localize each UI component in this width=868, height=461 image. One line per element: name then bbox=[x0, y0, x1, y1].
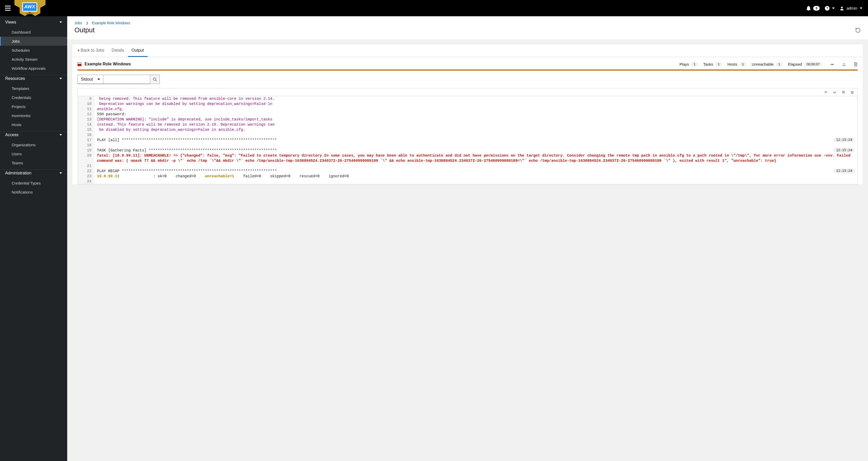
scroll-top-button[interactable] bbox=[842, 91, 845, 94]
caret-down-icon bbox=[860, 7, 862, 9]
output-line[interactable]: 15 be disabled by setting deprecation_wa… bbox=[78, 127, 858, 132]
status-failed-icon bbox=[78, 62, 82, 66]
sidebar-item-credentials[interactable]: Credentials bbox=[0, 93, 67, 102]
elapsed-stat: Elapsed 00:00:07 bbox=[788, 62, 822, 66]
top-header: AWX 0 ? admin bbox=[0, 0, 868, 16]
output-line[interactable]: 22PLAY RECAP ***************************… bbox=[78, 168, 858, 174]
output-line[interactable]: 19TASK [Gathering Facts] ***************… bbox=[78, 148, 858, 153]
search-button[interactable] bbox=[150, 75, 160, 84]
help-menu[interactable]: ? bbox=[825, 6, 835, 10]
output-line[interactable]: 21 bbox=[78, 163, 858, 168]
scroll-up-button[interactable] bbox=[824, 91, 828, 94]
question-circle-icon: ? bbox=[825, 6, 830, 10]
line-content bbox=[94, 179, 858, 184]
output-line[interactable]: 16 bbox=[78, 132, 858, 137]
sidebar-item-templates[interactable]: Templates bbox=[0, 84, 67, 93]
output-line[interactable]: 14instead. This feature will be removed … bbox=[78, 122, 858, 127]
download-button[interactable] bbox=[842, 62, 846, 66]
line-number: 13 bbox=[78, 117, 94, 122]
delete-button[interactable] bbox=[854, 62, 858, 66]
sidebar-item-workflow-approvals[interactable]: Workflow Approvals bbox=[0, 64, 67, 73]
awx-logo[interactable]: AWX bbox=[16, 1, 44, 16]
sidebar-item-jobs[interactable]: Jobs bbox=[0, 37, 67, 46]
chevron-down-icon bbox=[59, 22, 62, 23]
shell: ViewsDashboardJobsSchedulesActivity Stre… bbox=[0, 16, 868, 461]
sidebar-section-access[interactable]: Access bbox=[0, 131, 67, 140]
tab-details[interactable]: Details bbox=[108, 44, 128, 57]
sidebar-item-hosts[interactable]: Hosts bbox=[0, 120, 67, 129]
main-content: Jobs ❯ Example Role Windows Output Back … bbox=[67, 16, 868, 461]
search-input[interactable] bbox=[103, 75, 150, 84]
line-number: 17 bbox=[78, 137, 94, 143]
output-lines[interactable]: 9 being removed. This feature will be re… bbox=[78, 96, 858, 184]
output-line[interactable]: 10 Deprecation warnings can be disabled … bbox=[78, 101, 858, 106]
output-line[interactable]: 9 being removed. This feature will be re… bbox=[78, 96, 858, 101]
line-content: be disabled by setting deprecation_warni… bbox=[94, 127, 858, 132]
sidebar-item-dashboard[interactable]: Dashboard bbox=[0, 28, 67, 37]
sidebar-item-organizations[interactable]: Organizations bbox=[0, 140, 67, 150]
output-line[interactable]: 24 bbox=[78, 179, 858, 184]
line-number: 10 bbox=[78, 101, 94, 106]
notifications-button[interactable]: 0 bbox=[806, 6, 820, 10]
breadcrumb-jobs[interactable]: Jobs bbox=[74, 21, 82, 25]
scroll-down-button[interactable] bbox=[833, 91, 836, 94]
output-line[interactable]: 20fatal: [10.9.99.11]: UNREACHABLE! => {… bbox=[78, 153, 858, 163]
chevron-down-icon bbox=[59, 78, 62, 79]
line-content: TASK [Gathering Facts] *****************… bbox=[94, 148, 858, 153]
pin-button[interactable] bbox=[830, 62, 834, 66]
line-number: 11 bbox=[78, 106, 94, 112]
line-content: instead. This feature will be removed in… bbox=[94, 122, 858, 127]
line-content: being removed. This feature will be remo… bbox=[94, 96, 858, 101]
breadcrumb-current[interactable]: Example Role Windows bbox=[92, 21, 130, 25]
sidebar-item-inventories[interactable]: Inventories bbox=[0, 111, 67, 120]
sidebar-item-schedules[interactable]: Schedules bbox=[0, 46, 67, 55]
sidebar-item-teams[interactable]: Teams bbox=[0, 158, 67, 167]
output-line[interactable]: 13[DEPRECATION WARNING]: "include" is de… bbox=[78, 117, 858, 122]
line-number: 21 bbox=[78, 163, 94, 168]
bell-icon bbox=[806, 6, 811, 10]
chevron-down-icon bbox=[59, 172, 62, 174]
back-to-jobs[interactable]: Back to Jobs bbox=[78, 44, 108, 57]
sidebar-item-users[interactable]: Users bbox=[0, 150, 67, 158]
svg-text:?: ? bbox=[826, 6, 828, 10]
sidebar-item-projects[interactable]: Projects bbox=[0, 102, 67, 111]
logo-text: AWX bbox=[22, 2, 37, 12]
stat-unreachable: Unreachable1 bbox=[752, 62, 783, 66]
timestamp-badge: 12:15:24 bbox=[833, 148, 855, 153]
sidebar-item-credential-types[interactable]: Credential Types bbox=[0, 178, 67, 188]
output-line[interactable]: 17PLAY [all] ***************************… bbox=[78, 137, 858, 143]
output-line[interactable]: 2310.9.99.11 : ok=0 changed=0 unreachabl… bbox=[78, 174, 858, 179]
line-content: ansible.cfg. bbox=[94, 106, 858, 112]
line-number: 19 bbox=[78, 148, 94, 153]
page-title: Output bbox=[74, 26, 95, 34]
user-menu[interactable]: admin bbox=[840, 6, 862, 10]
output-line[interactable]: 18 bbox=[78, 143, 858, 148]
output-line[interactable]: 12SSH password: bbox=[78, 112, 858, 117]
output-toolbar bbox=[78, 88, 858, 96]
hamburger-menu[interactable] bbox=[0, 0, 16, 16]
line-number: 9 bbox=[78, 96, 94, 101]
relaunch-button[interactable] bbox=[855, 27, 861, 33]
chevron-right-icon: ❯ bbox=[86, 21, 88, 25]
timestamp-badge: 12:15:24 bbox=[833, 168, 855, 173]
line-content bbox=[94, 132, 858, 137]
sidebar-section-views[interactable]: Views bbox=[0, 16, 67, 28]
elapsed-value: 00:00:07 bbox=[804, 62, 822, 66]
scroll-bottom-button[interactable] bbox=[851, 91, 854, 94]
job-title-group: Example Role Windows bbox=[78, 62, 131, 66]
sidebar-section-administration[interactable]: Administration bbox=[0, 169, 67, 178]
elapsed-label: Elapsed bbox=[788, 62, 802, 66]
output-filter-dropdown[interactable]: Stdout bbox=[78, 75, 103, 84]
chevron-down-icon bbox=[59, 134, 62, 136]
sidebar-item-notifications[interactable]: Notifications bbox=[0, 188, 67, 197]
output-card: Back to Jobs Details Output Example Role… bbox=[72, 44, 863, 184]
output-line[interactable]: 11ansible.cfg. bbox=[78, 106, 858, 112]
stat-hosts: Hosts1 bbox=[727, 62, 746, 66]
sidebar-section-resources[interactable]: Resources bbox=[0, 75, 67, 84]
sidebar-item-activity-stream[interactable]: Activity Stream bbox=[0, 55, 67, 64]
tab-output[interactable]: Output bbox=[128, 44, 148, 57]
search-input-wrap bbox=[103, 75, 150, 84]
user-icon bbox=[840, 6, 844, 10]
header-left: AWX bbox=[0, 0, 44, 16]
caret-down-icon bbox=[97, 78, 100, 80]
